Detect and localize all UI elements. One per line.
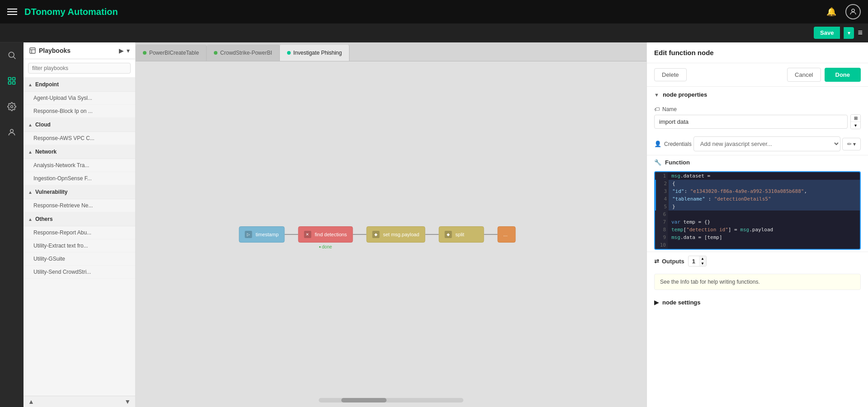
flow-canvas[interactable]: ▷ timestamp ✕ find detections done ◆ set bbox=[136, 61, 646, 407]
node-settings-section[interactable]: ▶ node settings bbox=[647, 294, 868, 311]
node-timestamp[interactable]: ▷ timestamp bbox=[239, 226, 285, 243]
scrollbar-thumb[interactable] bbox=[341, 398, 387, 402]
node-icon: ✕ bbox=[304, 231, 311, 238]
tab-dot bbox=[287, 51, 291, 55]
outputs-value: 1 bbox=[689, 257, 699, 266]
tab-powerbicreatetable[interactable]: PowerBICreateTable bbox=[136, 45, 207, 61]
node-done-badge: done bbox=[319, 244, 332, 249]
done-button[interactable]: Done bbox=[825, 68, 861, 82]
tag-icon: 🏷 bbox=[654, 106, 660, 112]
playbooks-down-icon[interactable]: ▾ bbox=[127, 47, 130, 54]
playbook-item[interactable]: Response-Report Abu... bbox=[24, 226, 135, 239]
playbooks-header: Playbooks ▶ ▾ bbox=[24, 42, 135, 59]
svg-rect-3 bbox=[8, 78, 11, 80]
code-line-2: 2 { bbox=[655, 180, 860, 187]
code-line-6: 6 bbox=[655, 211, 860, 218]
sidebar-icon-search[interactable] bbox=[5, 48, 19, 65]
node-split[interactable]: ◆ split bbox=[439, 226, 484, 243]
settings-menu-icon[interactable]: ≡ bbox=[858, 28, 863, 37]
spinner-down-button[interactable]: ▼ bbox=[699, 261, 706, 266]
hamburger-menu[interactable] bbox=[7, 9, 17, 15]
code-line-9: 9 msg.data = [temp] bbox=[655, 234, 860, 241]
tab-crowdstrike-powerbi[interactable]: CrowdStrike-PowerBI bbox=[207, 45, 280, 61]
tab-dot bbox=[214, 51, 217, 55]
code-line-5: 5 } bbox=[655, 203, 860, 211]
sidebar-icon-settings[interactable] bbox=[5, 99, 19, 116]
credentials-field: 👤 Credentials Add new javascript server.… bbox=[647, 133, 868, 155]
main-layout: Playbooks ▶ ▾ ▲ Endpoint Agent-Upload Vi… bbox=[0, 42, 868, 407]
sidebar-icon-user[interactable] bbox=[5, 125, 19, 142]
outputs-label: ⇄ Outputs bbox=[654, 258, 684, 265]
node-icon: ▷ bbox=[245, 231, 252, 238]
section-endpoint[interactable]: ▲ Endpoint bbox=[24, 78, 135, 92]
connector bbox=[484, 234, 497, 235]
playbook-item[interactable]: Utility-GSuite bbox=[24, 253, 135, 266]
function-icon: 🔧 bbox=[654, 159, 661, 166]
delete-button[interactable]: Delete bbox=[654, 68, 687, 81]
playbook-item[interactable]: Response-Block Ip on ... bbox=[24, 105, 135, 118]
user-avatar[interactable] bbox=[845, 4, 861, 19]
playbook-item[interactable]: Utility-Send CrowdStri... bbox=[24, 266, 135, 279]
node-properties-header[interactable]: ▼ node properties bbox=[647, 87, 868, 103]
playbook-item[interactable]: Agent-Upload Via Sysl... bbox=[24, 92, 135, 105]
spinner-up-button[interactable]: ▲ bbox=[699, 256, 706, 261]
credentials-select[interactable]: Add new javascript server... bbox=[693, 136, 840, 151]
canvas-area: PowerBICreateTable CrowdStrike-PowerBI I… bbox=[136, 42, 646, 407]
section-cloud[interactable]: ▲ Cloud bbox=[24, 118, 135, 132]
save-dropdown-button[interactable]: ▾ bbox=[844, 27, 854, 39]
playbooks-panel: Playbooks ▶ ▾ ▲ Endpoint Agent-Upload Vi… bbox=[24, 42, 136, 407]
name-field: 🏷 Name ⊞ ▾ bbox=[647, 103, 868, 133]
sidebar-icon-flows[interactable] bbox=[5, 74, 19, 90]
connector bbox=[353, 234, 366, 235]
svg-rect-5 bbox=[8, 82, 11, 84]
horizontal-scrollbar[interactable] bbox=[319, 398, 463, 402]
bell-icon[interactable]: 🔔 bbox=[826, 7, 836, 17]
tabs-bar: PowerBICreateTable CrowdStrike-PowerBI I… bbox=[136, 42, 646, 61]
credentials-edit-button[interactable]: ✏ ▾ bbox=[842, 138, 861, 150]
node-set-msg-payload[interactable]: ◆ set msg.payload bbox=[366, 226, 425, 243]
code-line-10: 10 bbox=[655, 241, 860, 249]
canvas-scrollbar[interactable] bbox=[136, 398, 646, 402]
scroll-down[interactable]: ▼ bbox=[124, 398, 131, 405]
icon-sidebar bbox=[0, 42, 24, 407]
node-icon: ◆ bbox=[444, 231, 452, 238]
node-icon: ◆ bbox=[372, 231, 379, 238]
playbook-item[interactable]: Response-AWS VPC C... bbox=[24, 132, 135, 145]
function-section: 🔧 Function 1 msg.dataset = 2 { 3 bbox=[647, 155, 868, 252]
code-line-4: 4 "tablename" : "detectionDetails5" bbox=[655, 195, 860, 203]
code-editor[interactable]: 1 msg.dataset = 2 { 3 "id": "e1343020-f8… bbox=[654, 171, 861, 250]
svg-point-8 bbox=[10, 129, 13, 132]
edit-icon: ✏ bbox=[847, 141, 852, 147]
tab-investigate-phishing[interactable]: Investigate Phishing bbox=[280, 45, 349, 61]
playbooks-run-icon[interactable]: ▶ bbox=[119, 47, 124, 54]
code-line-3: 3 "id": "e1343020-f86a-4a9e-a992-5310a08… bbox=[655, 187, 860, 195]
credentials-icon: 👤 bbox=[654, 140, 661, 147]
cancel-button[interactable]: Cancel bbox=[787, 68, 821, 82]
playbooks-title: Playbooks bbox=[39, 47, 116, 54]
node-more[interactable]: ... bbox=[497, 226, 515, 243]
save-button[interactable]: Save bbox=[814, 27, 840, 39]
section-others[interactable]: ▲ Others bbox=[24, 212, 135, 226]
playbooks-list: ▲ Endpoint Agent-Upload Via Sysl... Resp… bbox=[24, 78, 135, 396]
playbook-item[interactable]: Ingestion-OpnSense F... bbox=[24, 172, 135, 185]
rp-actions: Delete Cancel Done bbox=[647, 63, 868, 87]
name-option-1[interactable]: ⊞ bbox=[851, 115, 860, 122]
svg-point-1 bbox=[9, 52, 14, 57]
svg-rect-9 bbox=[30, 48, 35, 53]
name-option-2[interactable]: ▾ bbox=[851, 122, 860, 129]
scroll-up[interactable]: ▲ bbox=[28, 398, 34, 405]
playbook-item[interactable]: Response-Retrieve Ne... bbox=[24, 199, 135, 212]
flow-diagram: ▷ timestamp ✕ find detections done ◆ set bbox=[136, 61, 646, 407]
playbook-item[interactable]: Analysis-Network Tra... bbox=[24, 159, 135, 172]
section-network[interactable]: ▲ Network bbox=[24, 145, 135, 159]
filter-input[interactable] bbox=[28, 63, 131, 74]
name-input[interactable] bbox=[654, 115, 848, 129]
section-vulnerability[interactable]: ▲ Vulnerability bbox=[24, 185, 135, 199]
node-find-detections[interactable]: ✕ find detections done bbox=[298, 226, 353, 243]
playbooks-icon bbox=[29, 47, 36, 54]
outputs-spinner[interactable]: 1 ▲ ▼ bbox=[688, 256, 707, 267]
filter-bar bbox=[24, 59, 135, 78]
playbook-item[interactable]: Utility-Extract text fro... bbox=[24, 239, 135, 253]
top-bar-left: DTonomy Automation bbox=[7, 7, 118, 17]
svg-line-2 bbox=[13, 57, 15, 59]
